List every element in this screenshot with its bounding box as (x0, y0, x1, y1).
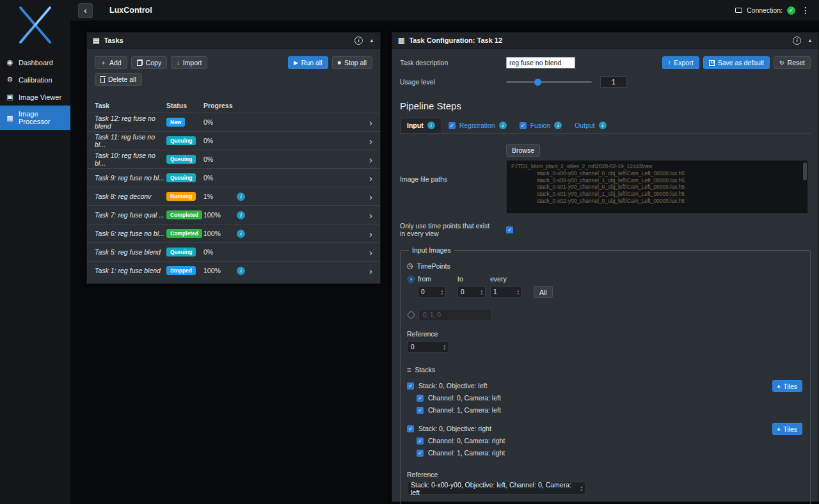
range-radio[interactable] (408, 276, 415, 283)
chevron-right-icon[interactable]: › (369, 210, 372, 220)
task-row[interactable]: Task 11: reg fuse no bl... Queuing 0% i … (87, 131, 380, 150)
every-input[interactable]: 1 ▴▾ (490, 286, 522, 298)
file-paths-box[interactable]: F:/TD1_Moni_plant_2_vtiles_2_rot\2020-02… (506, 160, 808, 214)
sidebar-item-image-viewer[interactable]: ▣ Image Viewer (0, 88, 70, 106)
copy-button[interactable]: Copy (131, 56, 168, 69)
tab-input[interactable]: Input i (400, 118, 442, 133)
channel-checkbox[interactable]: ✓ (417, 407, 424, 414)
chevron-left-icon: ‹ (84, 6, 86, 15)
to-input[interactable]: 0 ▴▾ (457, 286, 486, 298)
registration-checkbox[interactable]: ✓ (449, 122, 456, 129)
chevron-right-icon[interactable]: › (369, 173, 372, 183)
channel-checkbox[interactable]: ✓ (417, 437, 424, 445)
tiles-button[interactable]: ▴ Tiles (772, 423, 802, 435)
task-description-label: Task description (400, 59, 506, 67)
file-path-line: stack_0-x02-y00_channel_0_obj_left\Cam_L… (511, 198, 803, 205)
spinner-arrows-icon[interactable]: ▴▾ (441, 289, 443, 295)
export-icon: ↑ (668, 60, 671, 66)
info-icon[interactable]: i (793, 36, 801, 45)
task-row[interactable]: Task 6: reg fuse no bl... Completed 100%… (87, 224, 380, 242)
reset-button[interactable]: ↻ Reset (774, 56, 811, 69)
all-button[interactable]: All (534, 286, 553, 298)
task-label: Task 9: reg fuse no bl... (95, 174, 166, 182)
chevron-right-icon[interactable]: › (369, 266, 372, 276)
reference-select[interactable]: 0 ▴▾ (407, 341, 449, 353)
reference-value: 0 (411, 343, 443, 350)
pattern-radio[interactable] (408, 311, 415, 319)
tiles-button[interactable]: ▴ Tiles (772, 380, 802, 392)
task-row[interactable]: Task 10: reg fuse no bl... Queuing 0% i … (87, 150, 380, 168)
delete-all-button[interactable]: Delete all (95, 73, 142, 86)
task-row[interactable]: Task 7: reg fuse qual ... Completed 100%… (87, 205, 380, 224)
stop-all-button[interactable]: ■ Stop all (332, 56, 372, 69)
task-label: Task 6: reg fuse no bl... (95, 230, 166, 237)
from-input[interactable]: 0 ▴▾ (418, 286, 446, 298)
stack-block: ✓ Stack: 0, Objective: left ▴ Tiles ✓ Ch… (407, 382, 804, 414)
add-button[interactable]: ＋ Add (95, 56, 127, 69)
info-icon[interactable]: i (554, 122, 562, 129)
file-path-line: stack_0-x00-y00_channel_1_obj_left\Cam_L… (511, 177, 803, 184)
tab-registration[interactable]: ✓ Registration i (442, 118, 513, 133)
chevron-right-icon[interactable]: › (369, 229, 372, 239)
delete-all-label: Delete all (108, 75, 136, 83)
sidebar-item-image-processor[interactable]: ▦ Image Processor (0, 106, 70, 130)
task-label: Task 8: reg deconv (95, 193, 166, 200)
info-icon[interactable]: i (427, 122, 435, 129)
browse-label: Browse (512, 146, 534, 154)
task-row[interactable]: Task 12: reg fuse no blend New 0% i › (87, 113, 380, 131)
task-row[interactable]: Task 8: reg deconv Running 1% i › (87, 187, 380, 205)
task-row[interactable]: Task 1: reg fuse blend Stopped 100% i › (87, 261, 380, 280)
menu-dots-icon[interactable]: ⋮ (800, 5, 811, 15)
channel-checkbox[interactable]: ✓ (417, 395, 424, 402)
spinner-arrows-icon[interactable]: ▴▾ (481, 289, 482, 295)
app-logo (0, 0, 70, 54)
fusion-checkbox[interactable]: ✓ (520, 122, 527, 129)
tab-output[interactable]: Output i (568, 118, 613, 133)
chevron-right-icon[interactable]: › (369, 118, 372, 127)
sidebar-item-dashboard[interactable]: ◉ Dashboard (0, 54, 70, 71)
task-row[interactable]: Task 5: reg fuse blend Queuing 0% i › (87, 242, 380, 261)
stack-checkbox[interactable]: ✓ (407, 425, 414, 432)
info-icon[interactable]: i (499, 122, 507, 129)
sidebar-item-calibration[interactable]: ⚙ Calibration (0, 71, 70, 88)
task-row[interactable]: Task 9: reg fuse no bl... Queuing 0% i › (87, 168, 380, 187)
bottom-reference-select[interactable]: Stack: 0-x00-y00, Objective: left, Chann… (407, 482, 586, 495)
row-info-icon[interactable]: i (237, 230, 245, 238)
task-description-input[interactable] (506, 57, 575, 68)
collapse-icon[interactable]: ▲ (807, 38, 813, 43)
row-info-icon[interactable]: i (237, 193, 245, 201)
task-progress: 0% (203, 155, 233, 163)
chevron-right-icon[interactable]: › (369, 248, 372, 257)
input-images-legend: Input Images (409, 246, 454, 254)
usage-level-input[interactable]: 1 (600, 76, 627, 88)
row-info-icon[interactable]: i (237, 267, 245, 275)
chevron-right-icon[interactable]: › (369, 192, 372, 201)
collapse-icon[interactable]: ▲ (369, 38, 374, 43)
stack-checkbox[interactable]: ✓ (407, 382, 414, 390)
browse-button[interactable]: Browse (506, 144, 540, 157)
run-all-button[interactable]: ▶ Run all (288, 56, 328, 69)
topbar: ‹ LuxControl Connection: ✓ ⋮ (70, 0, 819, 20)
info-icon[interactable]: i (599, 122, 607, 129)
export-button[interactable]: ↑ Export (662, 56, 699, 69)
app-title: LuxControl (109, 6, 152, 15)
save-as-default-button[interactable]: Save as default (703, 56, 770, 69)
only-use-checkbox[interactable]: ✓ (506, 226, 513, 233)
spinner-arrows-icon[interactable]: ▴▾ (517, 289, 519, 295)
scrollbar-thumb[interactable] (803, 162, 807, 180)
back-button[interactable]: ‹ (78, 3, 93, 18)
chevron-right-icon[interactable]: › (369, 155, 372, 164)
sidebar-item-label: Dashboard (19, 59, 53, 67)
pattern-input[interactable]: 0, 1, 0 (418, 309, 491, 321)
bottom-reference-value: Stack: 0-x00-y00, Objective: left, Chann… (411, 481, 580, 496)
tab-fusion[interactable]: ✓ Fusion i (513, 118, 569, 133)
import-button[interactable]: ↓ Import (171, 56, 207, 69)
sidebar-item-label: Image Viewer (19, 93, 61, 101)
usage-level-slider[interactable] (506, 81, 592, 83)
task-progress: 100% (203, 211, 233, 219)
slider-handle[interactable] (534, 79, 541, 86)
channel-checkbox[interactable]: ✓ (417, 450, 424, 457)
info-icon[interactable]: i (354, 36, 363, 45)
row-info-icon[interactable]: i (237, 211, 245, 219)
chevron-right-icon[interactable]: › (369, 136, 372, 146)
